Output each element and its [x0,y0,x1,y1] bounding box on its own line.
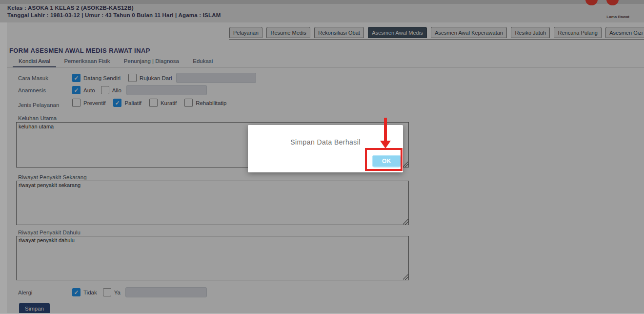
annotation-arrow-icon [384,118,387,142]
left-edge-strip [0,22,7,313]
annotation-highlight-rect [365,148,402,171]
annotation-arrowhead-icon [380,141,391,148]
